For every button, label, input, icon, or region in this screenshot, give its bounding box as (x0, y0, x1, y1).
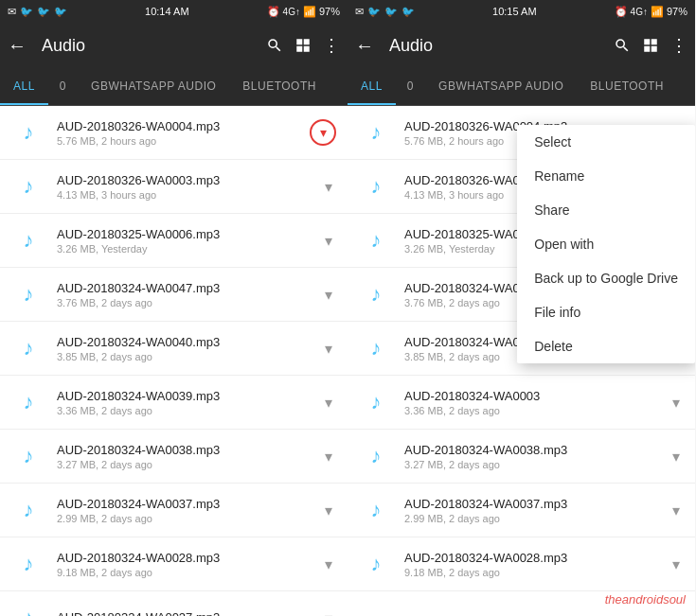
file-item-6-left[interactable]: ♪ AUD-20180324-WA0038.mp3 3.27 MB, 2 day… (0, 430, 348, 484)
file-item-8-left[interactable]: ♪ AUD-20180324-WA0028.mp3 9.18 MB, 2 day… (0, 537, 348, 591)
file-item-5-left[interactable]: ♪ AUD-20180324-WA0039.mp3 3.36 MB, 2 day… (0, 376, 348, 430)
twitter-icon-1: 🐦 (20, 6, 33, 18)
back-button-left[interactable]: ← (8, 35, 27, 57)
chevron-btn-7-right[interactable]: ▾ (669, 498, 684, 523)
file-name-7-right: AUD-20180324-WA0037.mp3 (404, 497, 669, 511)
tab-bluetooth-right[interactable]: BLUETOOTH (577, 68, 677, 105)
file-meta-5-left: 3.36 MB, 2 days ago (57, 405, 321, 416)
file-info-2-left: AUD-20180325-WA0006.mp3 3.26 MB, Yesterd… (57, 227, 321, 255)
file-meta-6-right: 3.27 MB, 2 days ago (404, 459, 669, 470)
file-meta-8-left: 9.18 MB, 2 days ago (57, 567, 321, 578)
music-icon-2-right: ♪ (359, 223, 393, 257)
tab-bluetooth-left[interactable]: BLUETOOTH (229, 68, 330, 105)
menu-item-backup[interactable]: Back up to Google Drive (517, 261, 695, 295)
file-info-7-right: AUD-20180324-WA0037.mp3 2.99 MB, 2 days … (404, 497, 669, 524)
file-name-5-right: AUD-20180324-WA0003 (404, 389, 669, 403)
status-left-icons: ✉ 🐦 🐦 🐦 (8, 6, 67, 18)
grid-icon-right[interactable] (642, 35, 659, 56)
file-item-5-right[interactable]: ♪ AUD-20180324-WA0003 3.36 MB, 2 days ag… (348, 376, 695, 430)
tab-all-left[interactable]: ALL (0, 68, 48, 105)
more-icon-right[interactable]: ⋮ (670, 35, 687, 56)
status-bar-left: ✉ 🐦 🐦 🐦 10:14 AM ⏰ 4G↑ 📶 97% (0, 0, 348, 23)
file-item-7-left[interactable]: ♪ AUD-20180324-WA0037.mp3 2.99 MB, 2 day… (0, 484, 348, 537)
page-title-left: Audio (42, 36, 259, 56)
file-name-7-left: AUD-20180324-WA0037.mp3 (57, 497, 321, 511)
music-icon-4-right: ♪ (359, 331, 393, 365)
battery-icon: 97% (319, 6, 340, 17)
menu-item-select[interactable]: Select (517, 125, 695, 159)
music-icon-2-left: ♪ (11, 223, 45, 257)
chevron-btn-3-left[interactable]: ▾ (321, 282, 336, 308)
music-icon-0-left: ♪ (11, 115, 45, 150)
file-name-6-right: AUD-20180324-WA0038.mp3 (404, 443, 669, 457)
tab-gbwhatsapp-left[interactable]: GBWHATSAPP AUDIO (78, 68, 229, 105)
music-icon-5-left: ♪ (11, 385, 45, 419)
more-icon-left[interactable]: ⋮ (323, 35, 340, 56)
status-bar-right: ✉ 🐦 🐦 🐦 10:15 AM ⏰ 4G↑ 📶 97% (348, 0, 695, 23)
email-icon-right: ✉ (355, 6, 364, 18)
chevron-btn-5-right[interactable]: ▾ (669, 390, 684, 415)
file-info-9-left: AUD-20180324-WA0027.mp3 (57, 610, 321, 617)
tab-zero-left[interactable]: 0 (48, 68, 78, 105)
email-icon: ✉ (8, 6, 16, 18)
file-item-8-right[interactable]: ♪ AUD-20180324-WA0028.mp3 9.18 MB, 2 day… (348, 537, 695, 591)
file-list-right: ♪ AUD-20180326-WA0004.mp3 5.76 MB, 2 hou… (348, 106, 695, 616)
menu-item-file-info[interactable]: File info (517, 295, 695, 329)
tab-gbwhatsapp-right[interactable]: GBWHATSAPP AUDIO (425, 68, 577, 105)
chevron-btn-8-left[interactable]: ▾ (321, 552, 336, 577)
file-info-6-left: AUD-20180324-WA0038.mp3 3.27 MB, 2 days … (57, 443, 321, 470)
menu-item-open-with[interactable]: Open with (517, 227, 695, 261)
twitter-icon-2: 🐦 (37, 6, 50, 18)
file-item-1-left[interactable]: ♪ AUD-20180326-WA0003.mp3 4.13 MB, 3 hou… (0, 160, 348, 214)
right-panel: ✉ 🐦 🐦 🐦 10:15 AM ⏰ 4G↑ 📶 97% ← Audio ⋮ A… (348, 0, 695, 616)
chevron-btn-5-left[interactable]: ▾ (321, 390, 336, 415)
file-meta-2-left: 3.26 MB, Yesterday (57, 243, 321, 255)
status-time-right: 10:15 AM (492, 6, 536, 17)
file-item-0-left[interactable]: ♪ AUD-20180326-WA0004.mp3 5.76 MB, 2 hou… (0, 106, 348, 160)
back-button-right[interactable]: ← (355, 35, 374, 57)
file-item-3-left[interactable]: ♪ AUD-20180324-WA0047.mp3 3.76 MB, 2 day… (0, 268, 348, 322)
tab-zero-right[interactable]: 0 (396, 68, 425, 105)
music-icon-3-right: ♪ (359, 277, 393, 311)
file-info-5-right: AUD-20180324-WA0003 3.36 MB, 2 days ago (404, 389, 669, 416)
chevron-btn-2-left[interactable]: ▾ (321, 228, 336, 254)
status-right-icons-right: ⏰ 4G↑ 📶 97% (615, 6, 687, 18)
chevron-btn-6-right[interactable]: ▾ (669, 444, 684, 469)
file-meta-6-left: 3.27 MB, 2 days ago (57, 459, 321, 470)
page-title-right: Audio (389, 36, 606, 56)
chevron-circle-btn[interactable]: ▾ (310, 119, 336, 146)
chevron-btn-9-left[interactable]: ▾ (321, 606, 336, 617)
menu-item-delete[interactable]: Delete (517, 329, 695, 363)
context-menu: Select Rename Share Open with Back up to… (517, 125, 695, 363)
menu-item-share[interactable]: Share (517, 193, 695, 227)
chevron-btn-1-left[interactable]: ▾ (321, 174, 336, 200)
menu-item-rename[interactable]: Rename (517, 159, 695, 193)
file-item-0-right[interactable]: ♪ AUD-20180326-WA0004.mp3 5.76 MB, 2 hou… (348, 106, 695, 160)
toolbar-icons-left: ⋮ (266, 35, 340, 56)
chevron-btn-8-right[interactable]: ▾ (669, 552, 684, 577)
chevron-btn-4-left[interactable]: ▾ (321, 336, 336, 361)
file-item-6-right[interactable]: ♪ AUD-20180324-WA0038.mp3 3.27 MB, 2 day… (348, 430, 695, 484)
file-item-2-left[interactable]: ♪ AUD-20180325-WA0006.mp3 3.26 MB, Yeste… (0, 214, 348, 268)
alarm-icon: ⏰ (267, 6, 280, 18)
music-icon-8-right: ♪ (359, 547, 393, 581)
file-name-5-left: AUD-20180324-WA0039.mp3 (57, 389, 321, 403)
file-name-1-left: AUD-20180326-WA0003.mp3 (57, 173, 321, 187)
tab-all-right[interactable]: ALL (348, 68, 396, 105)
twitter-icon-3: 🐦 (54, 6, 67, 18)
file-info-5-left: AUD-20180324-WA0039.mp3 3.36 MB, 2 days … (57, 389, 321, 416)
music-icon-7-left: ♪ (11, 493, 45, 527)
grid-icon-left[interactable] (294, 35, 312, 56)
music-icon-8-left: ♪ (11, 547, 45, 581)
file-item-9-left[interactable]: ♪ AUD-20180324-WA0027.mp3 ▾ (0, 591, 348, 616)
chevron-btn-7-left[interactable]: ▾ (321, 498, 336, 523)
music-icon-9-left: ♪ (11, 601, 45, 616)
file-info-8-left: AUD-20180324-WA0028.mp3 9.18 MB, 2 days … (57, 551, 321, 578)
search-icon-right[interactable] (614, 35, 631, 56)
file-meta-4-left: 3.85 MB, 2 days ago (57, 351, 321, 362)
chevron-btn-6-left[interactable]: ▾ (321, 444, 336, 469)
file-item-4-left[interactable]: ♪ AUD-20180324-WA0040.mp3 3.85 MB, 2 day… (0, 322, 348, 376)
music-icon-6-left: ♪ (11, 439, 45, 473)
file-item-7-right[interactable]: ♪ AUD-20180324-WA0037.mp3 2.99 MB, 2 day… (348, 484, 695, 537)
search-icon-left[interactable] (266, 35, 283, 56)
